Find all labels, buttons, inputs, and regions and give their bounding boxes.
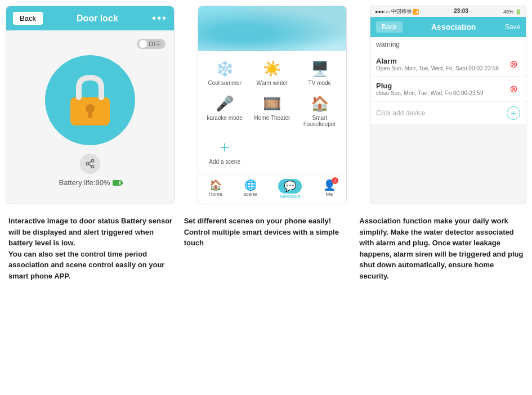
- scene-nav-icon: 🌐: [244, 179, 257, 191]
- karaoke-label: karaoke mode: [207, 115, 242, 121]
- add-device-placeholder: Click add device: [376, 109, 425, 117]
- status-signal: ●●●○○ 中国移动 📶: [375, 8, 419, 15]
- battery-icon: [113, 180, 122, 186]
- toggle-label: OFF: [149, 41, 161, 47]
- plug-detail: close Sun, Mon, Tue, Wed, Fri 00:00-23:5…: [376, 90, 507, 96]
- status-battery: 49% 🔋: [503, 8, 521, 15]
- status-time: 23:03: [454, 8, 468, 15]
- add-scene-icon: ＋: [217, 136, 233, 158]
- association-phone: ●●●○○ 中国移动 📶 23:03 49% 🔋 Back Associatio…: [370, 6, 526, 204]
- screenshots-row: Back Door lock ••• OFF: [6, 6, 526, 204]
- scene-phone: ❄️ Cool summer ☀️ Warm winter 🖥️ TV mode…: [198, 6, 347, 204]
- svg-point-4: [86, 163, 89, 165]
- carrier-name: 中国移动: [391, 8, 412, 15]
- desc-scene-text: Set different scenes on your phone easil…: [184, 216, 348, 249]
- cool-summer-icon: ❄️: [216, 60, 234, 78]
- main-container: Back Door lock ••• OFF: [0, 0, 532, 289]
- home-nav-icon: 🏠: [209, 179, 222, 191]
- alarm-name: Alarm: [376, 57, 507, 65]
- warm-winter-label: Warm winter: [257, 80, 288, 86]
- alarm-remove-button[interactable]: ⊗: [507, 59, 520, 69]
- door-lock-body: OFF: [6, 30, 174, 195]
- karaoke-icon: 🎤: [216, 95, 234, 113]
- svg-line-7: [88, 161, 91, 163]
- wifi-icon: 📶: [413, 9, 419, 15]
- plug-item-content: Plug close Sun, Mon, Tue, Wed, Fri 00:00…: [376, 82, 507, 96]
- battery-status-icon: 🔋: [515, 9, 521, 15]
- cool-summer-label: Cool summer: [208, 80, 241, 86]
- scene-item-cool-summer[interactable]: ❄️ Cool summer: [201, 56, 248, 91]
- tv-mode-label: TV mode: [309, 80, 332, 86]
- scene-item-warm-winter[interactable]: ☀️ Warm winter: [248, 56, 296, 91]
- home-theater-label: Home Theater: [254, 115, 290, 121]
- alarm-item-content: Alarm Open Sun, Mon, Tue, Wed, Fri, Satu…: [376, 57, 507, 71]
- association-title: Association: [431, 23, 476, 32]
- association-header: Back Association Save: [370, 17, 526, 37]
- message-nav-icon: 💬: [284, 181, 296, 192]
- home-theater-icon: 🎞️: [263, 95, 281, 113]
- scene-bottom-nav: 🏠 Home 🌐 scene 💬 Message 👤 2: [198, 174, 346, 204]
- svg-point-5: [91, 165, 94, 168]
- message-nav-label: Message: [280, 194, 301, 199]
- warm-winter-icon: ☀️: [263, 60, 281, 78]
- door-lock-back-button[interactable]: Back: [13, 12, 43, 25]
- battery-percent: 49%: [503, 9, 513, 15]
- association-save-button[interactable]: Save: [505, 23, 520, 31]
- door-lock-title: Door lock: [77, 14, 118, 24]
- lock-svg: [65, 72, 115, 128]
- status-bar: ●●●○○ 中国移动 📶 23:03 49% 🔋: [370, 6, 526, 17]
- scene-nav-label: scene: [244, 191, 257, 197]
- share-icon: [85, 159, 95, 169]
- svg-point-3: [91, 160, 94, 163]
- signal-dots: ●●●○○: [375, 9, 390, 15]
- me-badge-count: 2: [332, 177, 338, 184]
- home-nav-label: Home: [209, 191, 222, 197]
- desc-door-lock-text: Interactive image to door status Battery…: [8, 216, 173, 281]
- tv-mode-icon: 🖥️: [311, 60, 329, 78]
- alarm-device-item: Alarm Open Sun, Mon, Tue, Wed, Fri, Satu…: [370, 52, 526, 76]
- association-warning: warning: [370, 37, 526, 52]
- description-row: Interactive image to door status Battery…: [6, 216, 526, 284]
- svg-line-6: [88, 164, 91, 166]
- toggle-switch[interactable]: OFF: [137, 39, 166, 49]
- plug-device-item: Plug close Sun, Mon, Tue, Wed, Fri 00:00…: [370, 77, 526, 101]
- battery-text-label: Battery life:90%: [59, 178, 110, 187]
- nav-scene[interactable]: 🌐 scene: [239, 178, 262, 200]
- toggle-row: OFF: [137, 39, 166, 50]
- desc-door-lock: Interactive image to door status Battery…: [8, 216, 173, 284]
- door-lock-phone: Back Door lock ••• OFF: [6, 6, 175, 204]
- nav-message[interactable]: 💬 Message: [274, 178, 306, 200]
- smart-housekeeper-label: Smart housekeeper: [298, 115, 341, 127]
- lock-circle: [45, 55, 135, 145]
- plug-remove-button[interactable]: ⊗: [507, 84, 520, 94]
- nav-home[interactable]: 🏠 Home: [204, 178, 227, 200]
- add-device-button[interactable]: ＋: [507, 106, 520, 120]
- desc-association-text: Association function make your daily wor…: [359, 216, 524, 281]
- scene-top-image: [198, 6, 346, 51]
- svg-rect-2: [88, 111, 92, 118]
- toggle-circle: [139, 40, 147, 48]
- door-lock-more-icon[interactable]: •••: [152, 12, 167, 25]
- plug-name: Plug: [376, 82, 507, 90]
- scene-item-tv-mode[interactable]: 🖥️ TV mode: [296, 56, 343, 91]
- scene-item-home-theater[interactable]: 🎞️ Home Theater: [248, 91, 296, 132]
- nav-me[interactable]: 👤 2 Me: [319, 178, 340, 200]
- smart-housekeeper-icon: 🏠: [311, 95, 329, 113]
- door-lock-header: Back Door lock •••: [6, 6, 174, 30]
- battery-info: Battery life:90%: [59, 178, 121, 187]
- scene-grid: ❄️ Cool summer ☀️ Warm winter 🖥️ TV mode…: [198, 51, 346, 174]
- desc-association: Association function make your daily wor…: [359, 216, 524, 284]
- me-nav-label: Me: [326, 191, 333, 197]
- share-button[interactable]: [80, 154, 100, 174]
- scene-item-karaoke[interactable]: 🎤 karaoke mode: [201, 91, 248, 132]
- desc-scene: Set different scenes on your phone easil…: [184, 216, 348, 284]
- add-scene-button[interactable]: ＋ Add a scene: [201, 132, 248, 169]
- scene-item-smart-housekeeper[interactable]: 🏠 Smart housekeeper: [296, 91, 343, 132]
- add-device-row: Click add device ＋: [370, 102, 526, 124]
- me-badge: 👤 2: [323, 179, 336, 191]
- alarm-detail: Open Sun, Mon, Tue, Wed, Fri, Satu 00:00…: [376, 65, 507, 71]
- association-back-button[interactable]: Back: [376, 21, 403, 33]
- add-scene-label: Add a scene: [209, 159, 240, 165]
